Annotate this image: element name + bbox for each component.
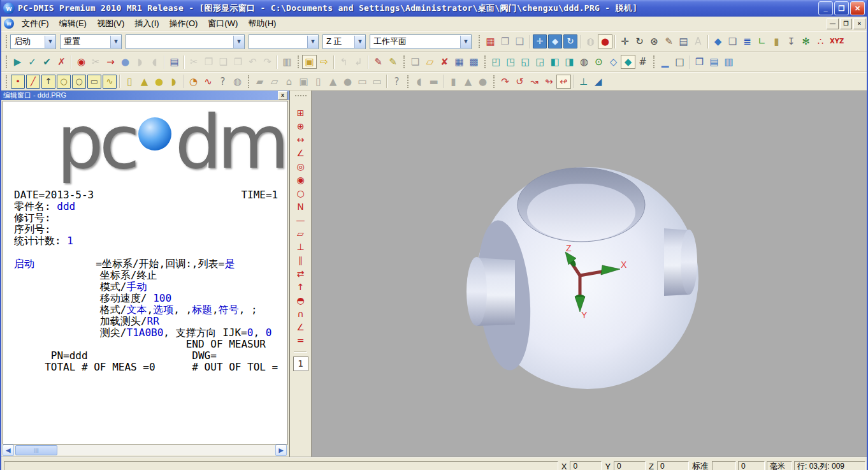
toolbar-grip[interactable] xyxy=(403,55,405,68)
program-code[interactable]: DATE=2013-5-3 TIME=1零件名: ddd修订号:序列号:统计计数… xyxy=(14,189,287,373)
auto-wizard-icon[interactable]: ? xyxy=(389,75,404,89)
insert-probe-icon[interactable]: ↲ xyxy=(351,55,366,69)
scroll-left-icon[interactable]: ◀ xyxy=(3,444,14,456)
record-icon[interactable]: ◉ xyxy=(74,55,89,69)
mdi-close-button[interactable]: × xyxy=(853,18,865,29)
menu-item-窗口[interactable]: 窗口(W) xyxy=(203,17,243,31)
alignment-dropdown[interactable]: 启动▼ xyxy=(10,34,56,49)
scroll-right-icon[interactable]: ▶ xyxy=(275,444,287,456)
restore-graphics-icon[interactable]: □ xyxy=(672,55,687,69)
feature-locate-button[interactable]: 1 xyxy=(293,356,308,371)
code-line[interactable]: 统计计数: 1 xyxy=(14,235,287,247)
auto-ellipse-icon[interactable]: ● xyxy=(340,75,355,89)
target-points-icon[interactable]: ∴ xyxy=(813,34,828,48)
minimize-button[interactable]: _ xyxy=(818,1,833,15)
edge-point-icon[interactable]: ◖ xyxy=(412,75,426,89)
code-line[interactable] xyxy=(14,247,287,258)
code-line[interactable]: 移动速度/ 100 xyxy=(14,293,287,304)
measured-circle-icon[interactable]: ○ xyxy=(72,75,86,89)
view-x-minus-icon[interactable]: ◲ xyxy=(533,55,547,69)
valve-body-model[interactable] xyxy=(467,167,698,389)
menu-item-操作[interactable]: 操作(O) xyxy=(164,17,203,31)
code-line[interactable]: END OF MEASUR xyxy=(14,339,287,350)
slope-plane-icon[interactable]: ◢ xyxy=(591,75,605,89)
total-runout-dim-icon[interactable]: N xyxy=(294,200,308,214)
goto-position-icon[interactable]: ⇨ xyxy=(317,55,331,69)
perpendicularity-dim-icon[interactable]: ⊥ xyxy=(294,240,308,254)
auto-square-slot-icon[interactable]: ▭ xyxy=(355,75,370,89)
save-program-icon[interactable]: ▦ xyxy=(452,55,467,69)
machine-options-icon[interactable]: ✻ xyxy=(799,34,813,48)
compass-gage-icon[interactable]: ◔ xyxy=(186,75,201,89)
perimeter-scan-icon[interactable]: ↬ xyxy=(542,75,556,89)
rotate-mode-icon[interactable]: ↻ xyxy=(563,34,577,48)
tolerance-dropdown-arrow-icon[interactable]: ▼ xyxy=(307,36,318,48)
probe-lock-icon[interactable]: ▮ xyxy=(769,34,784,48)
code-line[interactable]: 零件名: ddd xyxy=(14,201,287,212)
mark-all-icon[interactable]: ✎ xyxy=(386,55,400,69)
stamp-b-icon[interactable]: ◖ xyxy=(147,55,162,69)
distance-dim-icon[interactable]: ↔ xyxy=(294,133,308,147)
toolbar-grip[interactable] xyxy=(479,35,480,48)
open-program-icon[interactable]: ▱ xyxy=(423,55,437,69)
roundness-dim-icon[interactable]: ○ xyxy=(294,187,308,200)
feature-list-dropdown[interactable]: ▼ xyxy=(126,34,245,49)
workplane-dropdown-arrow-icon[interactable]: ▼ xyxy=(460,36,471,48)
auto-circle-icon[interactable]: ▣ xyxy=(296,75,311,89)
paste-icon[interactable]: ❑ xyxy=(216,55,231,69)
mdi-minimize-button[interactable]: — xyxy=(827,18,839,29)
graphics-modes-icon[interactable]: ▦ xyxy=(483,34,498,48)
view-z-minus-icon[interactable]: ◳ xyxy=(503,55,518,69)
paste-special-icon[interactable]: ❒ xyxy=(231,55,245,69)
location-dim-icon[interactable]: ⊞ xyxy=(294,106,308,120)
view-z-plus-icon[interactable]: ◰ xyxy=(489,55,503,69)
code-line[interactable]: 测尖/T1A0B0, 支撑方向 IJK=0, 0 xyxy=(14,327,287,339)
new-program-icon[interactable]: ❏ xyxy=(408,55,423,69)
wireframe-view-icon[interactable]: ◍ xyxy=(583,34,598,48)
redo-icon[interactable]: ↷ xyxy=(260,55,275,69)
cancel-execute-icon[interactable]: ✗ xyxy=(54,55,69,69)
edit-window-hscrollbar[interactable]: ◀ |||| ▶ xyxy=(3,445,287,455)
angle-dim-icon[interactable]: ∠ xyxy=(294,147,308,160)
toolbar-grip[interactable] xyxy=(295,95,307,96)
view-solid-iso-icon[interactable]: ◆ xyxy=(621,55,635,69)
window-report-a-icon[interactable]: ▤ xyxy=(707,55,721,69)
menu-item-插入[interactable]: 插入(I) xyxy=(129,17,164,31)
measured-line-icon[interactable]: ╱ xyxy=(26,75,40,89)
auto-offset-plane-icon[interactable]: ▱ xyxy=(267,75,282,89)
level-plane-icon[interactable]: ⊥ xyxy=(576,75,591,89)
measured-cone-icon[interactable]: ▲ xyxy=(137,75,152,89)
summary-mode-icon[interactable]: ▤ xyxy=(167,55,182,69)
measured-point-icon[interactable]: • xyxy=(11,75,25,89)
probe-pen-icon[interactable]: ✎ xyxy=(662,34,676,48)
menu-item-编辑[interactable]: 编辑(E) xyxy=(54,17,92,31)
parallelism-dim-icon[interactable]: ∥ xyxy=(294,254,308,267)
surface-point-icon[interactable]: ▬ xyxy=(426,75,441,89)
execute-block-icon[interactable]: ✔ xyxy=(40,55,54,69)
workplane-dropdown[interactable]: 工作平面▼ xyxy=(370,34,472,49)
undo-icon[interactable]: ↶ xyxy=(245,55,260,69)
concentricity-dim-icon[interactable]: ◎ xyxy=(294,160,308,173)
report-window-icon[interactable]: ❑ xyxy=(512,34,527,48)
linear-open-scan-icon[interactable]: ↷ xyxy=(498,75,512,89)
measured-surface-icon[interactable]: ◗ xyxy=(166,75,181,89)
rotate-2d-icon[interactable]: ↻ xyxy=(632,34,647,48)
toolbar-grip[interactable] xyxy=(653,55,655,68)
graphics-viewport[interactable]: Z X Y xyxy=(312,91,867,457)
dimension-info-icon[interactable]: ▤ xyxy=(676,34,691,48)
true-position-dim-icon[interactable]: ⊕ xyxy=(294,120,308,133)
shaded-view-icon[interactable]: ● xyxy=(598,34,612,48)
translate-view-icon[interactable]: ✛ xyxy=(618,34,632,48)
copy-icon[interactable]: ❐ xyxy=(201,55,216,69)
execute-icon[interactable]: ▶ xyxy=(10,55,25,69)
surface-profile-dim-icon[interactable]: ◓ xyxy=(294,294,308,307)
probe-changer-icon[interactable]: ▣ xyxy=(302,55,317,69)
xyz-output-icon[interactable]: XYZ xyxy=(828,34,846,48)
zoom-fit-icon[interactable]: ⊙ xyxy=(591,55,606,69)
window-report-b-icon[interactable]: ▥ xyxy=(721,55,736,69)
code-line[interactable]: 序列号: xyxy=(14,224,287,235)
feature-list-dropdown-arrow-icon[interactable]: ▼ xyxy=(233,36,244,48)
mesh-gage-icon[interactable]: ◍ xyxy=(230,75,245,89)
toolbar-grip[interactable] xyxy=(6,75,7,88)
toolbar-grip[interactable] xyxy=(6,35,7,48)
